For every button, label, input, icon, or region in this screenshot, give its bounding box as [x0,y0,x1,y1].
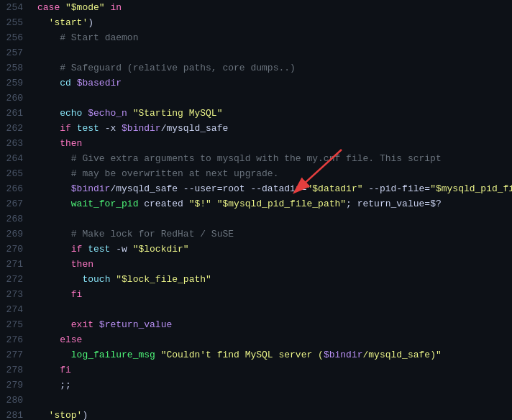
line-number: 278 [0,362,35,378]
code-line: 271 then [0,257,512,272]
token: cd [60,78,76,88]
line-content: exit $return_value [35,317,512,332]
token [37,32,60,43]
token: )" [430,350,442,360]
line-content [35,91,512,106]
token [37,17,49,28]
line-content: ;; [35,378,512,393]
token: "$mode" [65,2,105,13]
token: "Starting MySQL" [133,108,223,119]
token [37,108,60,119]
token: "$mysqld_pid_fi [430,183,512,194]
line-number: 275 [0,317,35,332]
code-line: 265 # may be overwritten at next upgrade… [0,166,512,181]
line-number: 269 [0,227,35,242]
token [37,365,60,375]
token [37,259,71,270]
code-line: 280 [0,393,512,408]
code-line: 255 'start') [0,15,512,30]
token: $bindir [324,350,363,360]
line-content: touch "$lock_file_path" [35,272,512,287]
token: $return_value [99,319,172,330]
token [37,380,60,391]
token: ; return_value=$? [346,198,442,209]
code-line: 272 touch "$lock_file_path" [0,272,512,287]
line-content [35,302,512,317]
line-number: 255 [0,15,35,30]
line-number: 261 [0,106,35,121]
token [37,334,60,345]
code-line: 260 [0,91,512,106]
code-line: 257 [0,45,512,60]
line-number: 273 [0,287,35,302]
line-content: wait_for_pid created "$!" "$mysqld_pid_f… [35,196,512,211]
token: -w [116,244,132,255]
token: "Couldn't find MySQL server ( [161,350,324,360]
line-number: 279 [0,378,35,393]
token: --datadir= [250,183,306,194]
token: # Safeguard (relative paths, core dumps.… [60,63,296,73]
code-line: 267 wait_for_pid created "$!" "$mysqld_p… [0,196,512,211]
token [37,153,71,164]
line-content: $bindir/mysqld_safe --user=root --datadi… [35,181,512,196]
code-line: 263 then [0,136,512,151]
line-number: 263 [0,136,35,151]
token [37,274,82,285]
line-content: fi [35,287,512,302]
token: "$!" [189,198,217,209]
token: $basedir [77,78,122,88]
line-number: 280 [0,393,35,408]
code-line: 281 'stop') [0,408,512,420]
code-line: 278 fi [0,362,512,378]
token [37,410,49,420]
token: /mysqld_safe [363,350,431,360]
code-line: 262 if test -x $bindir/mysqld_safe [0,121,512,136]
line-number: 267 [0,196,35,211]
line-content: if test -w "$lockdir" [35,242,512,257]
token: then [60,138,82,149]
code-line: 254case "$mode" in [0,0,512,15]
token: log_failure_msg [71,350,161,360]
token: "$lockdir" [133,244,189,255]
code-lines: 254case "$mode" in255 'start')256 # Star… [0,0,512,420]
token [37,244,71,255]
line-number: 256 [0,30,35,45]
token [37,138,60,149]
token: /mysqld_safe [110,183,183,194]
line-content: then [35,257,512,272]
code-line: 273 fi [0,287,512,302]
token: $bindir [71,183,111,194]
line-content: # Make lock for RedHat / SuSE [35,227,512,242]
line-number: 271 [0,257,35,272]
line-content: # Safeguard (relative paths, core dumps.… [35,60,512,76]
code-line: 276 else [0,332,512,347]
token [37,78,60,88]
token: /mysqld_safe [161,123,229,134]
token: 'stop' [49,410,83,420]
line-content: cd $basedir [35,76,512,91]
token: "$mysqld_pid_file_path" [217,198,346,209]
code-line: 279 ;; [0,378,512,393]
token: exit [71,319,99,330]
token: fi [60,365,71,375]
line-content: fi [35,362,512,378]
line-number: 276 [0,332,35,347]
token: touch [82,274,116,285]
token: echo [60,108,88,119]
token [37,229,71,239]
token: then [71,259,93,270]
token: if [71,244,88,255]
line-content [35,45,512,60]
code-line: 261 echo $echo_n "Starting MySQL" [0,106,512,121]
token: case [37,2,65,13]
token [37,289,71,300]
code-line: 275 exit $return_value [0,317,512,332]
token: test [88,244,116,255]
token: 'start' [49,17,88,28]
token: $bindir [122,123,161,134]
line-content: 'start') [35,15,512,30]
line-content [35,393,512,408]
token: if [60,123,76,134]
token: # Give extra arguments to mysqld with th… [71,153,442,164]
token: fi [71,289,83,300]
